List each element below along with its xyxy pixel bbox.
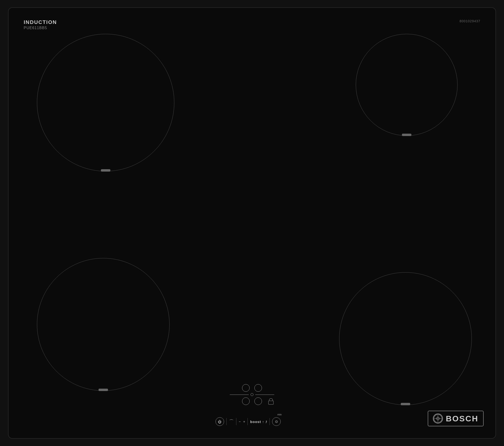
induction-cooktop: INDUCTION PUE611BB5 8001029437 [8, 7, 496, 439]
plus-button[interactable]: + [243, 420, 245, 424]
child-lock-icon [268, 398, 274, 405]
divider-2 [236, 418, 236, 425]
child-lock-symbol: ⌒ [229, 419, 234, 425]
zone-row-top [242, 384, 262, 392]
serial-label: 8001029437 [459, 19, 480, 23]
power-button-wrapper[interactable]: ⏻ [216, 417, 224, 426]
burner-bottom-left [37, 258, 170, 391]
burner-bottom-right [339, 272, 472, 405]
boost-arrow-icon: ↑ [262, 420, 264, 424]
zone-circle-bl[interactable] [242, 397, 250, 405]
boost-button[interactable]: boost ↑ [250, 420, 267, 424]
zone-selector-panel [230, 384, 274, 405]
minus-label: − [239, 420, 241, 424]
bosch-brand-text: BOSCH [446, 414, 478, 423]
boost-label: boost ↑ [250, 420, 267, 424]
bosch-circle-svg [433, 414, 442, 423]
zone-center-dot [251, 393, 253, 396]
bosch-logo: BOSCH [428, 411, 484, 426]
timer-button-wrapper[interactable]: min ⊙ [272, 417, 281, 426]
lock-body [268, 401, 273, 405]
zone-row-bottom [242, 397, 262, 405]
power-button[interactable]: ⏻ [216, 417, 224, 426]
divider-1 [226, 418, 227, 425]
model-label: PUE611BB5 [24, 26, 47, 30]
minus-button[interactable]: − [239, 420, 241, 424]
type-label: INDUCTION [24, 19, 57, 25]
divider-3 [248, 418, 248, 425]
divider-4 [270, 418, 270, 425]
timer-button[interactable]: ⊙ [272, 417, 281, 426]
zone-circle-br[interactable] [254, 397, 262, 405]
plus-label: + [243, 420, 245, 424]
power-icon: ⏻ [218, 420, 221, 424]
zone-circle-tr[interactable] [254, 384, 262, 392]
min-label: min [277, 413, 282, 416]
burner-top-left [37, 34, 174, 171]
bosch-emblem [433, 413, 443, 424]
lock-icon-area [268, 398, 274, 405]
burner-top-right [356, 34, 458, 136]
controls-row: ⏻ ⌒ − + boost ↑ min [216, 417, 281, 426]
lock-top [269, 398, 273, 401]
zone-circle-tl[interactable] [242, 384, 250, 392]
child-lock-button[interactable]: ⌒ [229, 419, 234, 425]
clock-icon: ⊙ [275, 419, 278, 424]
